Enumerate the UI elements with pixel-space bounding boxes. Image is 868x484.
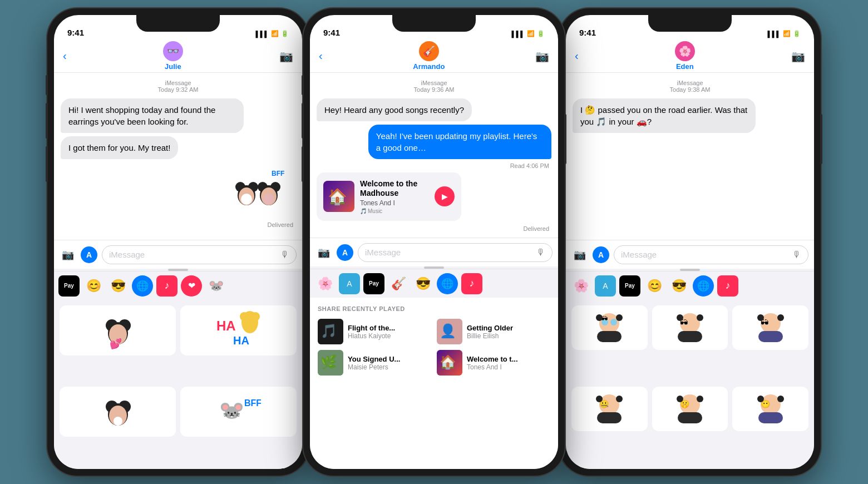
svg-point-49 <box>697 314 703 321</box>
music-icon-armando[interactable]: ♪ <box>461 273 482 294</box>
music-tray-item-2[interactable]: 👤 Getting Older Billie Eilish <box>437 319 550 344</box>
svg-point-41 <box>610 319 617 325</box>
memoji-2[interactable]: 🕶 <box>652 305 728 350</box>
applepay-icon-eden[interactable]: Pay <box>619 275 640 297</box>
back-button-armando[interactable]: ‹ <box>319 50 323 62</box>
nav-center-armando[interactable]: 🎸 Armando <box>413 41 445 71</box>
memoji-icon-eden[interactable]: 😊 <box>644 275 665 297</box>
music-artist-2: Billie Eilish <box>467 332 550 340</box>
video-call-button-armando[interactable]: 📷 <box>535 50 549 63</box>
svg-rect-51 <box>758 331 783 342</box>
contact-name-armando: Armando <box>413 62 445 71</box>
appstore-icon-armando[interactable]: A <box>339 273 360 294</box>
music-tray-item-1[interactable]: 🎵 Flight of the... Hiatus Kaiyote <box>318 319 431 344</box>
nav-center-eden[interactable]: 🌸 Eden <box>675 41 695 71</box>
memoji-icon-armando[interactable]: 🎸 <box>388 273 409 294</box>
memoji-icon-julie[interactable]: 😊 <box>83 275 104 297</box>
appstore-icon-eden[interactable]: A <box>595 275 616 297</box>
status-time-julie: 9:41 <box>67 28 84 37</box>
svg-point-54 <box>777 314 784 321</box>
photos-icon-eden[interactable]: 🌸 <box>570 275 591 297</box>
svg-rect-66 <box>758 412 783 423</box>
memoji-tray-eden: 🕶 🕶 🕶 <box>566 300 814 469</box>
svg-point-59 <box>616 396 623 402</box>
memoji-3[interactable]: 🕶 <box>732 305 808 350</box>
sticker2-icon-armando[interactable]: 😎 <box>412 273 433 294</box>
video-call-button-eden[interactable]: 📷 <box>791 50 805 63</box>
apple-music-icon: 🎵 <box>360 208 367 214</box>
power-button-3 <box>820 114 822 164</box>
applepay-icon-armando[interactable]: Pay <box>363 273 384 294</box>
globe-icon-armando[interactable]: 🌐 <box>437 273 458 294</box>
music-card-row: 🏠 Welcome to the Madhouse Tones And I 🎵 … <box>317 172 551 221</box>
camera-icon-armando[interactable]: 📷 <box>315 244 332 261</box>
svg-rect-39 <box>597 331 622 342</box>
svg-point-43 <box>596 314 603 321</box>
music-icon-eden[interactable]: ♪ <box>717 275 738 297</box>
heart-icon-julie[interactable]: ❤ <box>181 275 202 297</box>
sticker-1[interactable]: 💕 <box>60 305 176 355</box>
thumb-4: 🏠 <box>437 350 462 376</box>
phone-screen-eden: 9:41 ▌▌▌ 📶 🔋 ‹ 🌸 Eden 📷 iMessage Today 9… <box>566 15 814 469</box>
app-button-julie[interactable]: A <box>81 246 97 263</box>
app-button-eden[interactable]: A <box>593 246 609 263</box>
sticker-2[interactable]: HA HA <box>180 305 297 355</box>
memoji-4[interactable]: 🤐 <box>571 387 648 431</box>
svg-text:HA: HA <box>233 334 249 347</box>
back-button-eden[interactable]: ‹ <box>575 50 579 62</box>
nav-center-julie[interactable]: 👓 Julie <box>163 41 183 71</box>
messages-area-armando: iMessage Today 9:36 AM Hey! Heard any go… <box>310 73 558 238</box>
status-icons-julie: ▌▌▌ 📶 🔋 <box>256 30 289 37</box>
play-button-armando[interactable]: ▶ <box>435 186 455 206</box>
memoji-5[interactable]: 🤫 <box>652 387 728 431</box>
video-call-button-julie[interactable]: 📷 <box>279 50 293 63</box>
music-tray-info-3: You Signed U... Maisie Peters <box>348 355 431 371</box>
wifi-icon-2: 📶 <box>527 30 535 37</box>
nav-bar-julie: ‹ 👓 Julie 📷 <box>54 39 302 73</box>
message-row-armando-2: Yeah! I've been updating my playlist. He… <box>317 125 551 159</box>
avatar-emoji-armando: 🎸 <box>423 45 435 57</box>
svg-rect-61 <box>678 412 702 423</box>
svg-point-19 <box>240 312 249 321</box>
music-artist-armando: Tones And I <box>360 199 429 207</box>
music-artist-1: Hiatus Kaiyote <box>348 332 431 340</box>
globe-icon-julie[interactable]: 🌐 <box>132 275 153 297</box>
memoji-1[interactable]: 🕶 <box>571 305 648 350</box>
music-tray-grid: 🎵 Flight of the... Hiatus Kaiyote 👤 Gett… <box>318 319 550 376</box>
sticker-icon-eden[interactable]: 😎 <box>668 275 689 297</box>
music-tray-item-3[interactable]: 🌿 You Signed U... Maisie Peters <box>318 350 431 376</box>
avatar-armando: 🎸 <box>419 41 439 61</box>
volume-mute-button <box>46 75 48 95</box>
music-tray-item-4[interactable]: 🏠 Welcome to t... Tones And I <box>437 350 550 376</box>
music-tray-header: SHARE RECENTLY PLAYED <box>318 305 550 312</box>
camera-icon-julie[interactable]: 📷 <box>60 246 76 263</box>
notch-armando <box>392 15 476 32</box>
back-button-julie[interactable]: ‹ <box>63 50 67 62</box>
music-card-armando[interactable]: 🏠 Welcome to the Madhouse Tones And I 🎵 … <box>317 172 461 221</box>
message-input-armando[interactable]: iMessage 🎙 <box>358 243 553 262</box>
messages-area-eden: iMessage Today 9:38 AM I 🤔 passed you on… <box>566 73 814 240</box>
signal-icon-3: ▌▌▌ <box>768 31 781 37</box>
music-icon-julie[interactable]: ♪ <box>156 275 177 297</box>
music-title-armando: Welcome to the Madhouse <box>360 179 429 198</box>
memoji-6[interactable]: 😶 <box>732 387 808 431</box>
message-input-julie[interactable]: iMessage 🎙 <box>102 245 297 264</box>
music-title-3: You Signed U... <box>348 355 431 363</box>
nav-bar-armando: ‹ 🎸 Armando 📷 <box>310 39 558 73</box>
svg-point-48 <box>677 314 683 321</box>
camera-icon-eden[interactable]: 📷 <box>571 246 588 263</box>
globe-icon-eden[interactable]: 🌐 <box>693 275 714 297</box>
read-status-armando: Read 4:06 PM <box>317 162 551 169</box>
sticker-3[interactable] <box>60 387 176 437</box>
photos-icon-armando[interactable]: 🌸 <box>314 273 336 294</box>
message-input-eden[interactable]: iMessage 🎙 <box>614 245 808 264</box>
thumb-1: 🎵 <box>318 319 343 344</box>
svg-text:🌿: 🌿 <box>320 354 337 370</box>
sticker-icon-julie[interactable]: 😎 <box>107 275 129 297</box>
disney-icon-julie[interactable]: 🐭 <box>205 275 226 297</box>
sticker-4[interactable]: 🐭 BFF <box>180 387 297 437</box>
delivered-status-armando: Delivered <box>317 225 551 232</box>
applepay-icon-julie[interactable]: Pay <box>58 275 80 297</box>
app-button-armando[interactable]: A <box>337 244 353 261</box>
message-bubble-eden-1: I 🤔 passed you on the road earlier. Was … <box>573 98 756 133</box>
